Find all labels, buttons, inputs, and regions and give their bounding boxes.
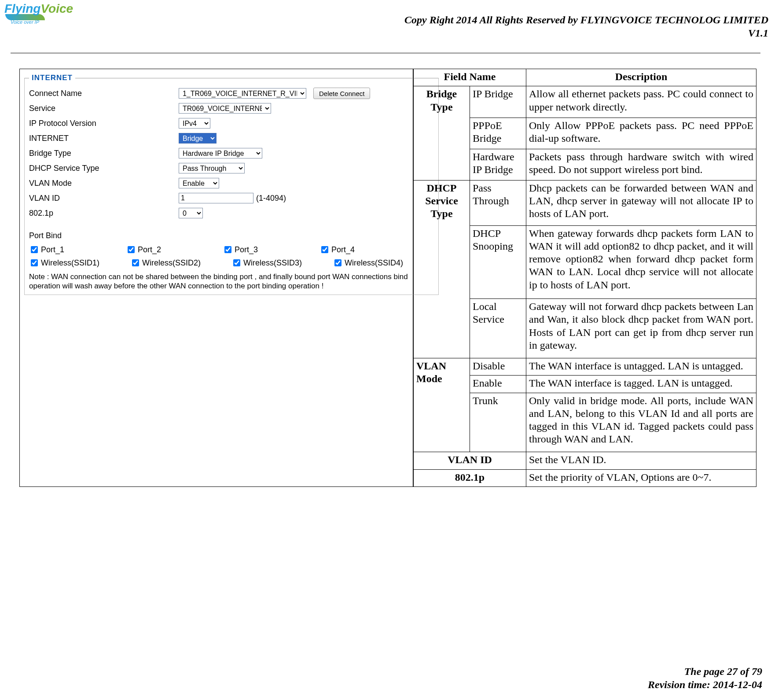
ssid-3-label: Wireless(SSID3) <box>243 258 302 268</box>
cell-disable-desc: The WAN interface is untagged. LAN is un… <box>526 358 756 375</box>
cell-trunk: Trunk <box>470 393 526 452</box>
cell-local-desc: Gateway will not forward dhcp packets be… <box>526 299 756 358</box>
row-vlan-id: VLAN ID (1-4094) <box>29 191 434 206</box>
brand-name-b: Voice <box>40 2 73 15</box>
row-bridge-type: Bridge Type Hardware IP Bridge <box>29 146 434 161</box>
ssid-1-checkbox[interactable] <box>31 259 38 266</box>
group-8021p: 802.1p <box>414 469 526 486</box>
cell-vlanid-desc: Set the VLAN ID. <box>526 452 756 469</box>
table-row: VLAN ID Set the VLAN ID. <box>414 452 756 469</box>
port-4-label: Port_4 <box>331 245 355 254</box>
description-table: Field Name Description Bridge Type IP Br… <box>413 69 756 487</box>
settings-screenshot: INTERNET Connect Name 1_TR069_VOICE_INTE… <box>19 69 413 487</box>
th-field: Field Name <box>414 69 526 86</box>
row-ipver: IP Protocol Version IPv4 <box>29 116 434 131</box>
port-1-label: Port_1 <box>41 245 64 254</box>
ssid-1: Wireless(SSID1) <box>29 258 130 268</box>
ssid-2-label: Wireless(SSID2) <box>142 258 201 268</box>
brand-logo: FlyingVoice Voice over IP <box>4 3 57 25</box>
content-row: INTERNET Connect Name 1_TR069_VOICE_INTE… <box>19 69 766 487</box>
group-bridge-type: Bridge Type <box>414 86 470 180</box>
port-1-checkbox[interactable] <box>31 246 38 253</box>
label-8021p: 802.1p <box>29 209 179 218</box>
port-3: Port_3 <box>223 245 319 254</box>
service-select[interactable]: TR069_VOICE_INTERNET <box>179 103 271 114</box>
group-dhcp-service: DHCP Service Type <box>414 180 470 358</box>
ssid-2: Wireless(SSID2) <box>130 258 231 268</box>
cell-pass: Pass Through <box>470 180 526 225</box>
label-internet: INTERNET <box>29 134 179 143</box>
label-connect: Connect Name <box>29 89 179 98</box>
cell-pppoe: PPPoE Bridge <box>470 118 526 149</box>
page-footer: The page 27 of 79 Revision time: 2014-12… <box>648 665 762 691</box>
connect-name-select[interactable]: 1_TR069_VOICE_INTERNET_R_VID_ <box>179 88 306 99</box>
cell-snoop-desc: When gateway forwards dhcp packets form … <box>526 225 756 298</box>
port-3-checkbox[interactable] <box>224 246 231 253</box>
label-dhcp: DHCP Service Type <box>29 164 179 173</box>
row-service: Service TR069_VOICE_INTERNET <box>29 101 434 116</box>
table-row: DHCP Service Type Pass Through Dhcp pack… <box>414 180 756 225</box>
ssid-4-checkbox[interactable] <box>334 259 341 266</box>
port-2: Port_2 <box>126 245 223 254</box>
cell-enable-desc: The WAN interface is tagged. LAN is unta… <box>526 376 756 393</box>
row-vlan-mode: VLAN Mode Enable <box>29 176 434 191</box>
row-8021p: 802.1p 0 <box>29 206 434 221</box>
version-text: V1.1 <box>404 26 768 40</box>
internet-mode-select[interactable]: Bridge <box>179 133 217 144</box>
delete-connect-button[interactable]: Delete Connect <box>313 88 370 99</box>
row-internet: INTERNET Bridge <box>29 131 434 146</box>
group-vlan-id: VLAN ID <box>414 452 526 469</box>
footer-revision: Revision time: 2014-12-04 <box>648 679 762 690</box>
label-vlan-id: VLAN ID <box>29 194 179 203</box>
internet-legend: INTERNET <box>29 74 75 82</box>
cell-pppoe-desc: Only Allow PPPoE packets pass. PC need P… <box>526 118 756 149</box>
table-row: VLAN Mode Disable The WAN interface is u… <box>414 358 756 375</box>
document-page: FlyingVoice Voice over IP Copy Right 201… <box>0 0 771 700</box>
cell-hwip: Hardware IP Bridge <box>470 149 526 180</box>
header-rule <box>11 53 760 53</box>
bridge-type-select[interactable]: Hardware IP Bridge <box>179 148 262 158</box>
label-bridge-type: Bridge Type <box>29 149 179 158</box>
brand-tagline: Voice over IP <box>11 19 57 25</box>
ip-version-select[interactable]: IPv4 <box>179 118 210 129</box>
port-bind-section: Port Bind Port_1 Port_2 Port_3 <box>29 231 434 291</box>
table-header-row: Field Name Description <box>414 69 756 86</box>
label-ipver: IP Protocol Version <box>29 119 179 128</box>
port-4-checkbox[interactable] <box>321 246 328 253</box>
th-desc: Description <box>526 69 756 86</box>
port-4: Port_4 <box>319 245 416 254</box>
port-3-label: Port_3 <box>235 245 258 254</box>
port-bind-row-1: Port_1 Port_2 Port_3 Port_4 <box>29 243 434 256</box>
group-vlan-mode: VLAN Mode <box>414 358 470 452</box>
cell-hwip-desc: Packets pass through hardware switch wit… <box>526 149 756 180</box>
port-2-checkbox[interactable] <box>128 246 135 253</box>
cell-trunk-desc: Only valid in bridge mode. All ports, in… <box>526 393 756 452</box>
port-bind-row-2: Wireless(SSID1) Wireless(SSID2) Wireless… <box>29 256 434 269</box>
table-row: 802.1p Set the priority of VLAN, Options… <box>414 469 756 486</box>
footer-page: The page 27 of 79 <box>684 666 762 677</box>
dhcp-service-select[interactable]: Pass Through <box>179 163 245 173</box>
header-right: Copy Right 2014 All Rights Reserved by F… <box>404 13 768 40</box>
vlan-id-input[interactable] <box>179 193 253 203</box>
cell-8021p-desc: Set the priority of VLAN, Options are 0~… <box>526 469 756 486</box>
brand-name: FlyingVoice <box>4 3 57 15</box>
ssid-2-checkbox[interactable] <box>132 259 139 266</box>
label-vlan-mode: VLAN Mode <box>29 179 179 188</box>
row-dhcp: DHCP Service Type Pass Through <box>29 161 434 176</box>
cell-local: Local Service <box>470 299 526 358</box>
cell-ipbridge: IP Bridge <box>470 86 526 118</box>
ssid-3-checkbox[interactable] <box>233 259 240 266</box>
copyright-text: Copy Right 2014 All Rights Reserved by F… <box>404 14 768 26</box>
port-2-label: Port_2 <box>138 245 161 254</box>
row-connect: Connect Name 1_TR069_VOICE_INTERNET_R_VI… <box>29 86 434 101</box>
cell-enable: Enable <box>470 376 526 393</box>
priority-8021p-select[interactable]: 0 <box>179 208 203 218</box>
table-row: Bridge Type IP Bridge Allow all ethernet… <box>414 86 756 118</box>
port-1: Port_1 <box>29 245 126 254</box>
vlan-mode-select[interactable]: Enable <box>179 178 219 188</box>
cell-pass-desc: Dhcp packets can be forwarded between WA… <box>526 180 756 225</box>
cell-snoop: DHCP Snooping <box>470 225 526 298</box>
cell-ipbridge-desc: Allow all ethernet packets pass. PC coul… <box>526 86 756 118</box>
internet-fieldset: INTERNET Connect Name 1_TR069_VOICE_INTE… <box>24 74 439 295</box>
vlan-id-range: (1-4094) <box>256 194 286 203</box>
